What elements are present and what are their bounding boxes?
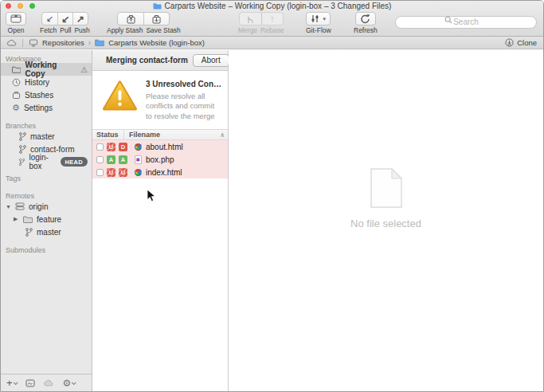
sidebar-remote-master[interactable]: master — [1, 225, 92, 238]
clone-wrap[interactable]: Clone — [505, 38, 537, 47]
pull-icon: ↙ — [61, 14, 69, 24]
column-header-status[interactable]: Status — [92, 130, 124, 139]
sidebar-settings-button[interactable]: ⚙ — [63, 378, 76, 388]
save-stash-label: Save Stash — [144, 26, 182, 34]
file-checkbox[interactable] — [96, 143, 104, 151]
repo-folder-icon — [95, 39, 104, 46]
repo-browser-button[interactable] — [25, 379, 35, 387]
toolbar: Open ↙ ↙ ↗ Fetch Pull Push — [1, 10, 543, 37]
merge-button[interactable] — [240, 13, 261, 25]
conflict-message: Please resolve all conflicts and commit … — [146, 92, 221, 121]
sidebar-remote-origin[interactable]: ▼ origin — [1, 200, 92, 213]
diff-detail-panel: No file selected — [229, 50, 543, 391]
status-badge-ours: U — [107, 143, 115, 151]
search-input[interactable] — [395, 16, 537, 29]
cloud-icon[interactable] — [7, 39, 17, 46]
sidebar-item-stashes[interactable]: Stashes — [1, 88, 92, 101]
breadcrumb-current-repo[interactable]: Carparts Website (login-box) — [108, 38, 205, 47]
remote-actions-group: ↙ ↙ ↗ Fetch Pull Push — [38, 12, 92, 34]
remote-label: origin — [29, 202, 48, 211]
breadcrumb-repositories[interactable]: Repositories — [42, 38, 84, 47]
apply-stash-label: Apply Stash — [105, 26, 144, 34]
remote-label: master — [37, 228, 61, 237]
filename: box.php — [146, 155, 174, 164]
zoom-window-button[interactable] — [29, 3, 35, 9]
sidebar-remote-feature[interactable]: ▶ feature — [1, 213, 92, 225]
open-button[interactable] — [6, 12, 26, 25]
rebase-label: Rebase — [259, 26, 285, 34]
save-stash-button[interactable] — [143, 13, 169, 25]
filename-header-label: Filename — [129, 131, 160, 139]
add-repository-button[interactable]: + — [6, 378, 17, 388]
sidebar-item-history[interactable]: History — [1, 76, 92, 88]
conflict-text: 3 Unresolved Con… Please resolve all con… — [146, 80, 221, 121]
window-chrome: Carparts Website – Working Copy (login-b… — [1, 1, 543, 37]
column-header-filename[interactable]: Filename ∧ — [124, 131, 228, 139]
git-flow-button[interactable]: ▼ — [306, 12, 331, 25]
git-flow-icon — [310, 14, 320, 23]
status-badge-ours: A — [107, 155, 115, 164]
sidebar-bottom-bar: + ⚙ — [1, 374, 92, 391]
breadcrumb-divider — [22, 39, 23, 47]
open-group: Open — [6, 12, 26, 34]
html-file-icon — [135, 143, 142, 151]
fetch-icon: ↙ — [46, 14, 53, 23]
sidebar-branch-master[interactable]: master — [1, 130, 92, 143]
warning-triangle-icon — [102, 80, 138, 112]
refresh-button[interactable] — [355, 12, 376, 25]
pull-button[interactable]: ↙ — [57, 13, 72, 25]
push-icon: ↗ — [76, 14, 84, 24]
file-row-index-html[interactable]: U U index.html — [92, 166, 228, 178]
breadcrumb-separator: › — [88, 38, 91, 47]
repositories-icon — [29, 39, 38, 47]
chevron-down-icon — [13, 380, 18, 385]
remote-server-icon — [15, 202, 25, 210]
empty-state-text: No file selected — [350, 218, 421, 229]
chevron-down-icon — [72, 380, 76, 385]
sidebar-item-working-copy[interactable]: Working Copy ⚠ — [1, 63, 92, 76]
conflict-notice: 3 Unresolved Con… Please resolve all con… — [92, 71, 228, 129]
file-checkbox[interactable] — [96, 169, 104, 176]
fetch-button[interactable]: ↙ — [42, 13, 57, 25]
rebase-button[interactable]: ↑ — [261, 13, 283, 25]
branch-label: contact-form — [30, 145, 75, 154]
conflict-title: 3 Unresolved Con… — [146, 80, 221, 88]
branch-icon — [18, 158, 25, 167]
gear-icon: ⚙ — [63, 378, 72, 388]
push-button[interactable]: ↗ — [72, 13, 88, 25]
branch-label: master — [30, 132, 55, 141]
apply-stash-button[interactable] — [118, 13, 143, 25]
traffic-lights — [6, 3, 35, 9]
sidebar-header-branches: Branches — [1, 120, 92, 130]
fetch-label: Fetch — [38, 26, 58, 34]
filename: about.html — [146, 143, 183, 151]
refresh-group: Refresh — [352, 12, 379, 34]
history-clock-icon — [12, 78, 21, 87]
status-badge-theirs: D — [119, 143, 127, 151]
remote-cloud-button[interactable] — [44, 379, 54, 386]
minimize-window-button[interactable] — [18, 3, 23, 9]
window-icon — [25, 379, 35, 387]
sidebar-item-label: Stashes — [25, 91, 53, 100]
file-checkbox[interactable] — [96, 156, 104, 163]
folder-icon — [153, 2, 162, 10]
search-field-wrap — [395, 14, 537, 26]
branch-icon — [18, 145, 26, 154]
disclosure-closed-icon[interactable]: ▶ — [14, 216, 19, 222]
remote-label: feature — [37, 215, 61, 224]
clone-label: Clone — [517, 38, 537, 47]
disclosure-open-icon[interactable]: ▼ — [6, 204, 11, 210]
apply-stash-icon — [127, 14, 135, 24]
abort-button[interactable]: Abort — [193, 54, 229, 67]
plus-icon: + — [6, 378, 13, 388]
branch-icon — [25, 228, 33, 237]
merge-rebase-group: ↑ Merge Rebase — [237, 12, 285, 34]
sidebar-branch-login-box[interactable]: login-box HEAD — [1, 155, 92, 168]
file-row-box-php[interactable]: A A box.php — [92, 153, 228, 166]
sidebar-item-settings[interactable]: ⚙ Settings — [1, 101, 92, 114]
sidebar-header-remotes: Remotes — [1, 190, 92, 200]
rebase-icon: ↑ — [270, 14, 275, 23]
cloud-icon — [44, 379, 54, 386]
file-row-about-html[interactable]: U D about.html — [92, 140, 228, 153]
close-window-button[interactable] — [6, 3, 11, 9]
